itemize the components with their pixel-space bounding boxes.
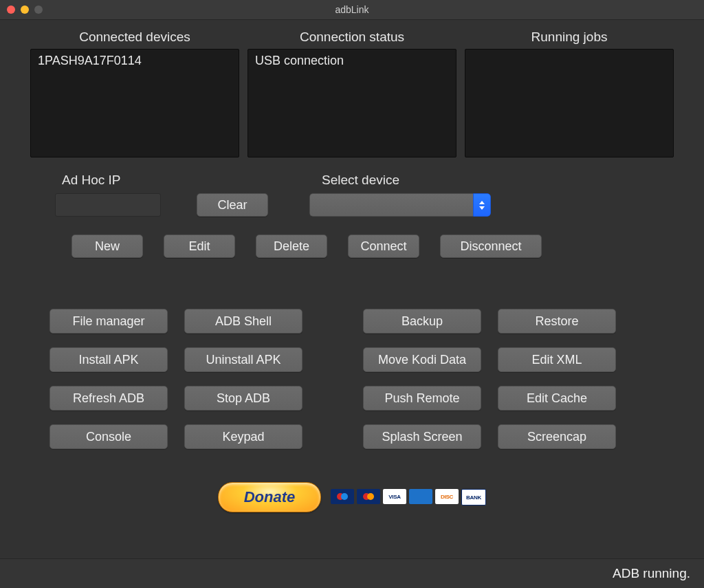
chevron-updown-icon[interactable] (473, 193, 491, 217)
card-maestro-icon (331, 489, 354, 504)
edit-button[interactable]: Edit (164, 235, 235, 258)
restore-button[interactable]: Restore (498, 309, 616, 334)
screencap-button[interactable]: Screencap (498, 424, 616, 449)
tool-grid-left: File manager ADB Shell Install APK Unins… (50, 309, 301, 448)
panel-heading-connected: Connected devices (79, 30, 190, 45)
svg-point-3 (367, 493, 374, 500)
select-device-dropdown[interactable] (309, 193, 491, 217)
select-device-label: Select device (322, 173, 491, 188)
stop-adb-button[interactable]: Stop ADB (184, 386, 302, 411)
panel-connection-status: Connection status USB connection (248, 30, 456, 157)
new-button[interactable]: New (72, 235, 143, 258)
console-button[interactable]: Console (50, 424, 168, 449)
install-apk-button[interactable]: Install APK (50, 347, 168, 372)
statusbar: ADB running. (0, 558, 704, 588)
connect-button[interactable]: Connect (348, 235, 419, 258)
panels: Connected devices 1PASH9A17F0114 Connect… (30, 30, 674, 157)
status-text: ADB running. (613, 566, 690, 581)
select-device-value (309, 193, 473, 217)
backup-button[interactable]: Backup (363, 309, 481, 334)
panel-heading-status: Connection status (300, 30, 404, 45)
refresh-adb-button[interactable]: Refresh ADB (50, 386, 168, 411)
card-visa-icon: VISA (383, 489, 406, 504)
edit-cache-button[interactable]: Edit Cache (498, 386, 616, 411)
donate-button[interactable]: Donate (218, 482, 321, 512)
panel-connected-devices: Connected devices 1PASH9A17F0114 (30, 30, 239, 157)
adhoc-ip-input[interactable] (55, 193, 161, 217)
panel-heading-jobs: Running jobs (531, 30, 608, 45)
disconnect-button[interactable]: Disconnect (440, 235, 542, 258)
move-kodi-data-button[interactable]: Move Kodi Data (363, 347, 481, 372)
panel-running-jobs: Running jobs (465, 30, 674, 157)
card-discover-icon: DISC (435, 489, 459, 504)
keypad-button[interactable]: Keypad (184, 424, 302, 449)
svg-point-1 (341, 493, 348, 500)
card-mastercard-icon (357, 489, 380, 504)
uninstall-apk-button[interactable]: Uninstall APK (184, 347, 302, 372)
adb-shell-button[interactable]: ADB Shell (184, 309, 302, 334)
donate-row: Donate VISA DISC BANK (30, 482, 674, 512)
push-remote-button[interactable]: Push Remote (363, 386, 481, 411)
connection-status-box: USB connection (248, 49, 456, 157)
connected-devices-list[interactable]: 1PASH9A17F0114 (30, 49, 239, 157)
splash-screen-button[interactable]: Splash Screen (363, 424, 481, 449)
edit-xml-button[interactable]: Edit XML (498, 347, 616, 372)
titlebar: adbLink (0, 0, 704, 20)
card-bank-icon: BANK (461, 489, 486, 505)
running-jobs-box (465, 49, 674, 157)
tool-grid-right: Backup Restore Move Kodi Data Edit XML P… (363, 309, 615, 448)
card-amex-icon (409, 489, 432, 504)
clear-button[interactable]: Clear (197, 193, 268, 217)
adhoc-ip-label: Ad Hoc IP (62, 173, 268, 188)
payment-cards: VISA DISC BANK (331, 489, 486, 505)
tool-grid: File manager ADB Shell Install APK Unins… (50, 309, 674, 448)
device-actions-row: New Edit Delete Connect Disconnect (72, 235, 674, 258)
window-title: adbLink (0, 4, 704, 15)
file-manager-button[interactable]: File manager (50, 309, 168, 334)
delete-button[interactable]: Delete (256, 235, 327, 258)
